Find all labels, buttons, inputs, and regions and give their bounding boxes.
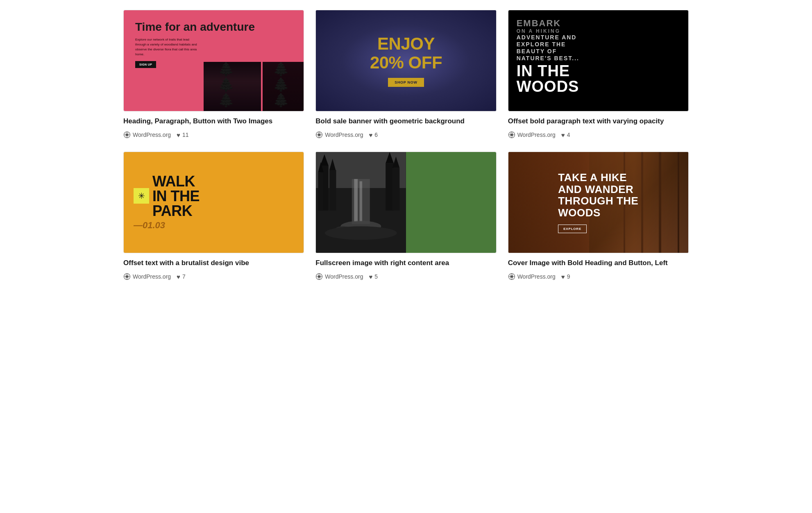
card-2-heading: ENJOY20% OFF [370,34,442,72]
svg-rect-18 [318,172,324,210]
card-3-likes: ♥ 4 [561,132,570,138]
card-4-likes: ♥ 7 [177,273,186,280]
svg-rect-25 [354,179,358,222]
card-6-button[interactable]: EXPLORE [558,225,587,233]
wordpress-icon [315,273,323,280]
card-1-heading: Time for an adventure [135,20,255,34]
card-6-preview[interactable]: TAKE A HIKEAND WANDERTHROUGH THEWOODS EX… [508,152,689,253]
card-2-author: WordPress.org [315,131,363,138]
card-2-preview[interactable]: ENJOY20% OFF SHOP NOW [315,10,496,111]
card-1-likes: ♥ 11 [177,132,188,138]
card-3-meta: WordPress.org ♥ 4 [508,131,689,138]
card-1-likes-count: 11 [182,132,189,138]
card-6-heading: TAKE A HIKEAND WANDERTHROUGH THEWOODS [558,172,638,218]
svg-rect-22 [392,168,400,210]
card-3-title: Offset bold paragraph text with varying … [508,116,689,126]
card-4-star: ✳ [134,188,149,204]
wordpress-icon [508,131,515,138]
card-1-image-2 [263,62,304,111]
card-5-image [316,152,406,253]
card-5-author: WordPress.org [315,273,363,280]
card-5-meta: WordPress.org ♥ 5 [315,273,496,280]
card-4-preview[interactable]: ✳ WALKIN THEPARK —01.03 [123,152,304,253]
waterfall-illustration [316,152,406,253]
card-6-likes-count: 9 [567,273,570,280]
card-3-preview[interactable]: EMBARK ON A HIKING ADVENTURE ANDEXPLORE … [508,10,689,111]
card-1-meta: WordPress.org ♥ 11 [123,131,304,138]
card-3: EMBARK ON A HIKING ADVENTURE ANDEXPLORE … [508,10,689,138]
card-3-subline: ON A HIKING [517,28,560,34]
heart-icon: ♥ [177,273,180,280]
card-1-subtext: Explore our network of trails that lead … [135,37,201,57]
card-1-author-name: WordPress.org [133,132,171,138]
card-5: Fullscreen image with right content area… [315,152,496,280]
card-5-preview[interactable] [315,152,496,253]
wordpress-icon [508,273,515,280]
card-1-title: Heading, Paragraph, Button with Two Imag… [123,116,304,126]
card-4: ✳ WALKIN THEPARK —01.03 Offset text with… [123,152,304,280]
card-4-likes-count: 7 [182,273,186,280]
svg-rect-26 [360,181,363,222]
card-3-embark: EMBARK [517,18,561,28]
card-4-heading: WALKIN THEPARK [152,174,200,218]
card-2-banner: ENJOY20% OFF SHOP NOW [362,26,450,95]
card-4-author: WordPress.org [123,273,171,280]
card-3-woods: IN THEWOODS [517,63,579,94]
card-2-button[interactable]: SHOP NOW [388,78,424,87]
card-1: Time for an adventure Explore our networ… [123,10,304,138]
card-5-author-name: WordPress.org [325,273,363,280]
heart-icon: ♥ [369,273,372,280]
svg-point-32 [325,226,397,240]
card-1-images [204,62,304,111]
card-1-author: WordPress.org [123,131,171,138]
card-6-meta: WordPress.org ♥ 9 [508,273,689,280]
card-4-meta: WordPress.org ♥ 7 [123,273,304,280]
card-1-preview[interactable]: Time for an adventure Explore our networ… [123,10,304,111]
card-6-likes: ♥ 9 [561,273,570,280]
card-4-date: —01.03 [134,220,165,231]
wordpress-icon [123,273,131,280]
card-3-likes-count: 4 [567,132,570,138]
wordpress-icon [315,131,323,138]
card-3-adventure: ADVENTURE ANDEXPLORE THEBEAUTY OFNATURE'… [517,34,579,61]
card-3-author-name: WordPress.org [517,132,556,138]
pattern-grid: Time for an adventure Explore our networ… [123,10,689,280]
card-2-title: Bold sale banner with geometric backgrou… [315,116,496,126]
heart-icon: ♥ [561,132,565,138]
card-4-author-name: WordPress.org [133,273,171,280]
card-1-image-1 [204,62,261,111]
card-3-author: WordPress.org [508,131,556,138]
card-5-likes-count: 5 [374,273,378,280]
wordpress-icon [123,131,131,138]
svg-rect-16 [329,170,336,211]
card-2: ENJOY20% OFF SHOP NOW Bold sale banner w… [315,10,496,138]
heart-icon: ♥ [177,132,180,138]
card-5-likes: ♥ 5 [369,273,378,280]
heart-icon: ♥ [561,273,565,280]
card-2-likes: ♥ 6 [369,132,378,138]
card-2-meta: WordPress.org ♥ 6 [315,131,496,138]
heart-icon: ♥ [369,132,372,138]
card-1-button[interactable]: SIGN UP [135,61,156,68]
card-4-title: Offset text with a brutalist design vibe [123,258,304,268]
card-6-content: TAKE A HIKEAND WANDERTHROUGH THEWOODS EX… [548,163,648,242]
card-6-author-name: WordPress.org [517,273,556,280]
card-5-title: Fullscreen image with right content area [315,258,496,268]
card-6: TAKE A HIKEAND WANDERTHROUGH THEWOODS EX… [508,152,689,280]
card-2-author-name: WordPress.org [325,132,363,138]
card-2-likes-count: 6 [374,132,378,138]
card-6-author: WordPress.org [508,273,556,280]
card-6-title: Cover Image with Bold Heading and Button… [508,258,689,268]
